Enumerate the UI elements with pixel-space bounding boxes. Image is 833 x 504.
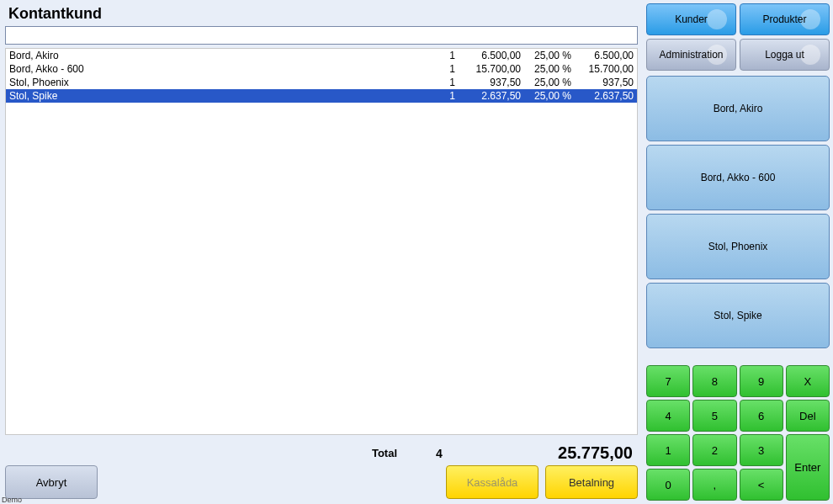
customers-icon xyxy=(707,9,727,29)
customers-button[interactable]: Kunder xyxy=(646,3,736,35)
products-button[interactable]: Produkter xyxy=(740,3,830,35)
line-name: Bord, Akiro xyxy=(9,49,430,62)
product-button[interactable]: Bord, Akiro xyxy=(646,76,830,141)
line-price: 2.637,50 xyxy=(455,89,521,103)
products-label: Produkter xyxy=(762,13,806,25)
admin-label: Administration xyxy=(659,49,723,61)
line-vat: 25,00 % xyxy=(521,89,571,103)
line-vat: 25,00 % xyxy=(521,49,571,62)
line-qty: 1 xyxy=(430,49,455,62)
line-price: 15.700,00 xyxy=(455,62,521,76)
line-qty: 1 xyxy=(430,62,455,76)
table-row[interactable]: Bord, Akiro16.500,0025,00 %6.500,00 xyxy=(6,49,637,62)
logout-button[interactable]: Logga ut xyxy=(740,39,830,71)
key-backspace[interactable]: < xyxy=(740,469,783,501)
total-qty: 4 xyxy=(397,447,481,460)
numeric-keypad: 7 8 9 X 4 5 6 Del 1 2 3 Enter 0 , < xyxy=(646,365,830,501)
customers-label: Kunder xyxy=(675,13,708,25)
administration-button[interactable]: Administration xyxy=(646,39,736,71)
key-multiply[interactable]: X xyxy=(786,365,830,397)
total-amount: 25.775,00 xyxy=(481,443,633,463)
cash-drawer-button[interactable]: Kassalåda xyxy=(446,465,539,499)
table-row[interactable]: Bord, Akko - 600115.700,0025,00 %15.700,… xyxy=(6,62,637,76)
order-lines: Bord, Akiro16.500,0025,00 %6.500,00Bord,… xyxy=(5,48,638,435)
key-enter[interactable]: Enter xyxy=(786,434,830,501)
product-button[interactable]: Stol, Spike xyxy=(646,283,830,348)
key-6[interactable]: 6 xyxy=(740,400,783,432)
line-total: 2.637,50 xyxy=(571,89,634,103)
line-name: Stol, Spike xyxy=(9,89,430,103)
key-0[interactable]: 0 xyxy=(646,469,690,501)
key-5[interactable]: 5 xyxy=(692,400,736,432)
corner-label: Demo xyxy=(2,496,22,504)
key-9[interactable]: 9 xyxy=(740,365,783,397)
key-8[interactable]: 8 xyxy=(692,365,736,397)
key-2[interactable]: 2 xyxy=(692,434,736,466)
logout-label: Logga ut xyxy=(765,49,804,61)
line-total: 6.500,00 xyxy=(571,49,634,62)
key-1[interactable]: 1 xyxy=(646,434,690,466)
key-comma[interactable]: , xyxy=(692,469,736,501)
key-del[interactable]: Del xyxy=(786,400,830,432)
total-label: Total xyxy=(10,447,397,459)
table-row[interactable]: Stol, Spike12.637,5025,00 %2.637,50 xyxy=(6,89,637,103)
line-qty: 1 xyxy=(430,89,455,103)
line-name: Bord, Akko - 600 xyxy=(9,62,430,76)
payment-button[interactable]: Betalning xyxy=(545,465,638,499)
product-button[interactable]: Bord, Akko - 600 xyxy=(646,145,830,210)
line-total: 15.700,00 xyxy=(571,62,634,76)
search-input[interactable] xyxy=(5,26,638,45)
table-row[interactable]: Stol, Phoenix1937,5025,00 %937,50 xyxy=(6,76,637,89)
key-3[interactable]: 3 xyxy=(740,434,783,466)
line-qty: 1 xyxy=(430,76,455,89)
line-price: 937,50 xyxy=(455,76,521,89)
line-name: Stol, Phoenix xyxy=(9,76,430,89)
key-4[interactable]: 4 xyxy=(646,400,690,432)
page-title: Kontantkund xyxy=(5,3,638,24)
line-vat: 25,00 % xyxy=(521,76,571,89)
key-7[interactable]: 7 xyxy=(646,365,690,397)
cancel-button[interactable]: Avbryt xyxy=(5,465,98,499)
line-price: 6.500,00 xyxy=(455,49,521,62)
line-vat: 25,00 % xyxy=(521,62,571,76)
line-total: 937,50 xyxy=(571,76,634,89)
product-button[interactable]: Stol, Phoenix xyxy=(646,214,830,279)
